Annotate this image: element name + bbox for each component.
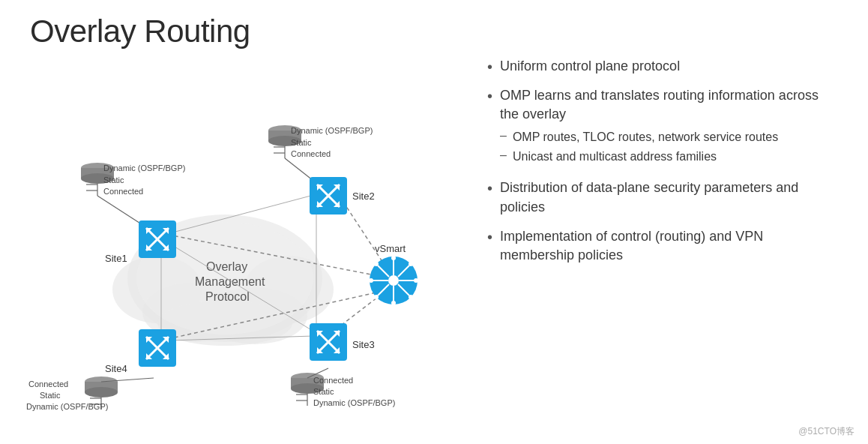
- bullet-dot-3: •: [487, 180, 492, 197]
- label-br-1: Dynamic (OSPF/BGP): [313, 398, 395, 407]
- label-tl-3: Connected: [103, 187, 143, 196]
- bullet-dot-4: •: [487, 229, 492, 246]
- svg-point-41: [391, 301, 396, 305]
- label-bl-3: Connected: [28, 380, 68, 388]
- site1-label: Site1: [105, 253, 127, 264]
- sub-text-2-2: Unicast and multicast address families: [513, 148, 717, 165]
- svg-point-46: [374, 295, 379, 299]
- bullet-text-4: Implementation of control (routing) and …: [500, 227, 838, 265]
- bullet-dot-2: •: [487, 88, 492, 105]
- label-tl-2: Static: [103, 176, 124, 184]
- watermark: @51CTO博客: [798, 425, 855, 438]
- vsmart-icon: [369, 256, 418, 305]
- network-diagram: Overlay Management Protocol: [22, 57, 457, 432]
- cloud-label2: Management: [195, 275, 265, 288]
- label-br-3: Connected: [313, 376, 353, 385]
- site3-label: Site3: [352, 339, 375, 350]
- bullet-dot-1: •: [487, 58, 492, 76]
- sub-bullet-2-2: – Unicast and multicast address families: [500, 148, 838, 165]
- site4-label: Site4: [105, 363, 127, 374]
- bullet-3: • Distribution of data-plane security pa…: [487, 178, 838, 216]
- vsmart-label: vSmart: [375, 243, 406, 254]
- bullet-2: • OMP learns and translates routing info…: [487, 86, 838, 168]
- page-title: Overlay Routing: [0, 0, 868, 57]
- svg-point-45: [409, 262, 413, 266]
- router-bl-bottom: [85, 387, 118, 398]
- sub-bullets-2: – OMP routes, TLOC routes, network servi…: [500, 129, 838, 166]
- bullets-area: • Uniform control plane protocol • OMP l…: [457, 57, 853, 441]
- bullet-text-2: OMP learns and translates routing inform…: [500, 88, 819, 122]
- cloud-label1: Overlay: [206, 260, 247, 273]
- cloud-label3: Protocol: [205, 290, 250, 303]
- svg-point-31: [388, 275, 399, 286]
- label-tr-2: Static: [291, 138, 312, 147]
- svg-point-44: [374, 262, 379, 266]
- label-tl-1: Dynamic (OSPF/BGP): [103, 164, 185, 172]
- bullet-text-1: Uniform control plane protocol: [500, 57, 680, 76]
- svg-point-47: [409, 295, 413, 299]
- sub-dash-2-1: –: [500, 129, 507, 142]
- bullet-text-3: Distribution of data-plane security para…: [500, 178, 838, 216]
- bullet-1: • Uniform control plane protocol: [487, 57, 838, 76]
- svg-point-42: [369, 278, 373, 283]
- line-tl-site1: [97, 196, 144, 226]
- label-tr-3: Connected: [291, 149, 331, 158]
- label-bl-1: Dynamic (OSPF/BGP): [26, 402, 108, 411]
- bullet-4: • Implementation of control (routing) an…: [487, 227, 838, 265]
- site2-label: Site2: [352, 190, 375, 202]
- label-br-2: Static: [313, 387, 334, 396]
- svg-point-43: [414, 278, 418, 283]
- label-bl-2: Static: [40, 391, 61, 400]
- diagram-area: Overlay Management Protocol: [22, 57, 457, 441]
- sub-text-2-1: OMP routes, TLOC routes, network service…: [513, 129, 778, 146]
- label-tr-1: Dynamic (OSPF/BGP): [291, 126, 373, 135]
- sub-bullet-2-1: – OMP routes, TLOC routes, network servi…: [500, 129, 838, 146]
- sub-dash-2-2: –: [500, 148, 507, 162]
- svg-point-40: [391, 256, 396, 260]
